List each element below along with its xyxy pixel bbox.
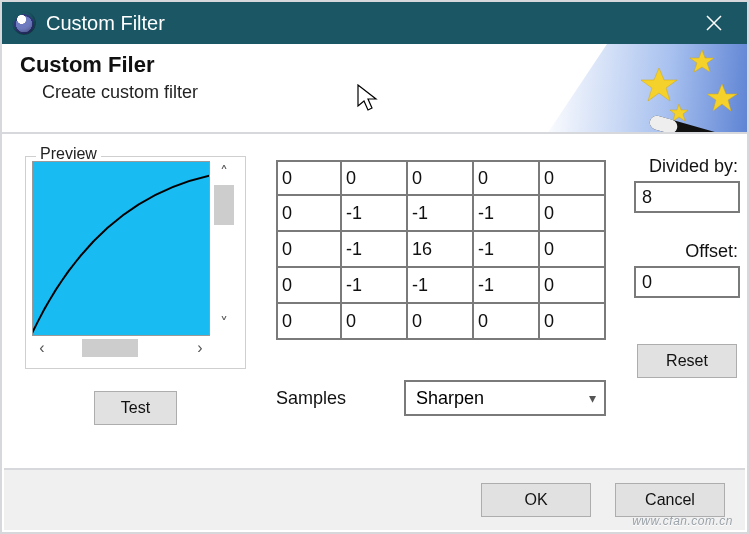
hscroll-thumb[interactable] [82, 339, 138, 357]
matrix-cell-4-2[interactable] [408, 304, 474, 340]
close-icon [706, 15, 722, 31]
close-button[interactable] [687, 2, 741, 44]
matrix-cell-3-2[interactable] [408, 268, 474, 304]
matrix-cell-4-1[interactable] [342, 304, 408, 340]
matrix-cell-2-1[interactable] [342, 232, 408, 268]
matrix-cell-2-2[interactable] [408, 232, 474, 268]
svg-marker-0 [641, 68, 677, 101]
matrix-cell-3-4[interactable] [540, 268, 606, 304]
divided-by-input[interactable] [634, 181, 740, 213]
reset-button[interactable]: Reset [637, 344, 737, 378]
matrix-cell-1-3[interactable] [474, 196, 540, 232]
preview-group: Preview ˄ ˅ ‹ [25, 156, 246, 369]
chevron-down-icon: ▾ [589, 390, 596, 406]
matrix-cell-2-0[interactable] [276, 232, 342, 268]
matrix-cell-0-3[interactable] [474, 160, 540, 196]
svg-marker-3 [670, 104, 688, 121]
cancel-button[interactable]: Cancel [615, 483, 725, 517]
matrix-cell-0-2[interactable] [408, 160, 474, 196]
matrix-cell-1-1[interactable] [342, 196, 408, 232]
matrix-cell-3-0[interactable] [276, 268, 342, 304]
preview-curve-icon [33, 162, 210, 336]
vscroll-thumb[interactable] [214, 185, 234, 225]
dialog-footer: OK Cancel [4, 468, 745, 530]
scroll-down-icon[interactable]: ˅ [214, 312, 234, 336]
samples-label: Samples [276, 388, 404, 409]
matrix-cell-2-4[interactable] [540, 232, 606, 268]
dialog-body: Preview ˄ ˅ ‹ [2, 134, 747, 464]
scroll-left-icon[interactable]: ‹ [32, 336, 52, 360]
matrix-cell-0-4[interactable] [540, 160, 606, 196]
matrix-cell-0-0[interactable] [276, 160, 342, 196]
samples-selected: Sharpen [416, 388, 484, 409]
matrix-cell-4-3[interactable] [474, 304, 540, 340]
offset-label: Offset: [634, 241, 738, 262]
matrix-cell-3-3[interactable] [474, 268, 540, 304]
matrix-cell-1-4[interactable] [540, 196, 606, 232]
svg-marker-2 [707, 84, 737, 111]
scroll-right-icon[interactable]: › [190, 336, 210, 360]
matrix-cell-1-2[interactable] [408, 196, 474, 232]
preview-canvas[interactable] [32, 161, 210, 336]
preview-hscrollbar[interactable]: ‹ › [32, 336, 210, 360]
ok-button[interactable]: OK [481, 483, 591, 517]
svg-marker-1 [690, 50, 714, 72]
matrix-cell-2-3[interactable] [474, 232, 540, 268]
filter-matrix [276, 160, 606, 340]
dialog-header: Custom Filer Create custom filter [2, 44, 747, 134]
test-button[interactable]: Test [94, 391, 177, 425]
samples-combobox[interactable]: Sharpen ▾ [404, 380, 606, 416]
offset-input[interactable] [634, 266, 740, 298]
matrix-cell-0-1[interactable] [342, 160, 408, 196]
matrix-cell-4-4[interactable] [540, 304, 606, 340]
titlebar: Custom Filter [2, 2, 747, 44]
matrix-cell-1-0[interactable] [276, 196, 342, 232]
scroll-up-icon[interactable]: ˄ [214, 161, 234, 185]
matrix-cell-3-1[interactable] [342, 268, 408, 304]
window-title: Custom Filter [46, 12, 687, 35]
divided-by-label: Divided by: [634, 156, 738, 177]
matrix-cell-4-0[interactable] [276, 304, 342, 340]
app-icon [12, 11, 36, 35]
preview-vscrollbar[interactable]: ˄ ˅ [212, 161, 236, 336]
